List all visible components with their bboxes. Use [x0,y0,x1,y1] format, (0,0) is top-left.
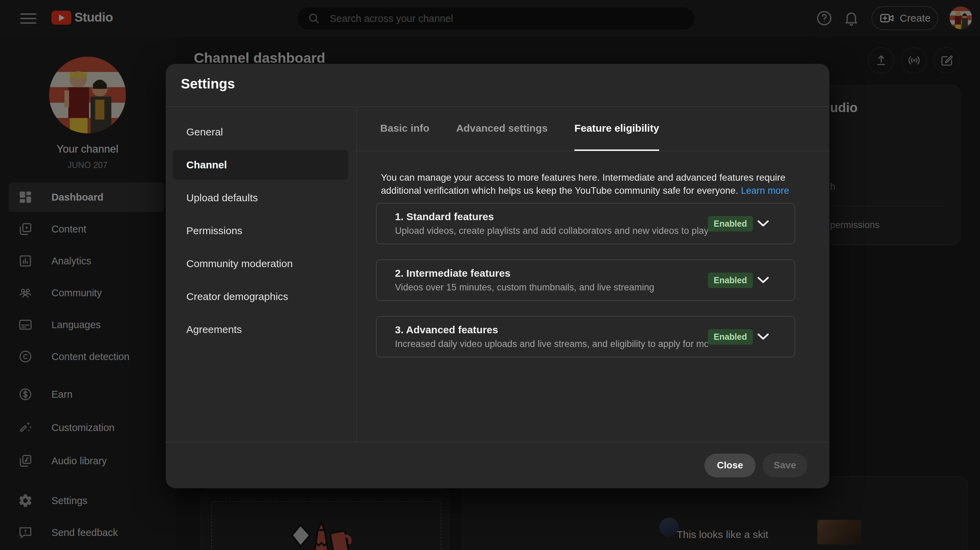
feature-description: Videos over 15 minutes, custom thumbnail… [395,282,708,293]
nav-item-label: Community moderation [186,258,293,269]
status-badge: Enabled [708,273,753,288]
chevron-down-icon[interactable] [757,220,769,227]
settings-nav-community-moderation[interactable]: Community moderation [166,247,356,280]
nav-item-label: Channel [186,159,227,171]
status-badge: Enabled [708,216,753,231]
dialog-title: Settings [181,76,235,92]
description-text: additional verification which helps us k… [381,185,738,196]
chevron-down-icon[interactable] [757,333,769,340]
feature-title: 2. Intermediate features [395,268,708,279]
dialog-footer: Close Save [166,442,829,488]
feature-row-intermediate[interactable]: 2. Intermediate features Videos over 15 … [376,260,795,301]
nav-item-label: Agreements [186,324,242,335]
learn-more-link[interactable]: Learn more [741,185,789,196]
feature-row-advanced[interactable]: 3. Advanced features Increased daily vid… [376,316,795,357]
tab-basic-info[interactable]: Basic info [380,107,429,151]
feature-title: 1. Standard features [395,211,708,222]
tab-feature-eligibility[interactable]: Feature eligibility [574,107,659,151]
feature-row-standard[interactable]: 1. Standard features Upload videos, crea… [376,203,795,244]
nav-item-label: Upload defaults [186,192,258,204]
dialog-header: Settings [166,64,829,107]
settings-nav-permissions[interactable]: Permissions [166,214,356,247]
description-line: additional verification which helps us k… [381,184,797,197]
feature-description: Increased daily video uploads and live s… [395,339,708,349]
status-badge: Enabled [708,329,753,345]
settings-nav-creator-demographics[interactable]: Creator demographics [166,280,356,313]
settings-dialog: Settings General Channel Upload defaults… [166,64,829,488]
feature-eligibility-description: You can manage your access to more featu… [381,171,797,197]
settings-nav: General Channel Upload defaults Permissi… [166,107,357,442]
nav-item-label: Permissions [186,225,242,236]
nav-item-label: General [186,126,223,138]
feature-description: Upload videos, create playlists and add … [395,226,708,236]
close-button[interactable]: Close [705,454,755,477]
settings-content: Basic info Advanced settings Feature eli… [357,107,829,442]
nav-item-label: Creator demographics [186,291,288,303]
feature-title: 3. Advanced features [395,324,708,336]
settings-nav-general[interactable]: General [166,116,356,149]
save-button[interactable]: Save [762,454,807,477]
chevron-down-icon[interactable] [757,277,769,284]
description-line: You can manage your access to more featu… [381,171,797,184]
settings-nav-upload-defaults[interactable]: Upload defaults [166,181,356,214]
feature-list: 1. Standard features Upload videos, crea… [376,203,795,357]
channel-tabs: Basic info Advanced settings Feature eli… [357,107,829,151]
settings-nav-agreements[interactable]: Agreements [166,313,356,346]
settings-nav-channel[interactable]: Channel [166,149,356,181]
tab-advanced-settings[interactable]: Advanced settings [456,107,548,151]
